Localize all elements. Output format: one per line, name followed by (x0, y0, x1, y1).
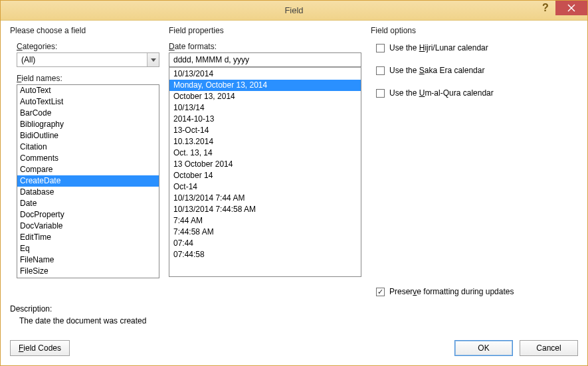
preserve-label: Preserve formatting during updates (389, 287, 514, 296)
date-formats-label: Date formats: (169, 42, 361, 51)
field-name-item[interactable]: FileName (17, 254, 159, 266)
date-format-item[interactable]: 13 October 2014 (169, 159, 361, 170)
date-format-item[interactable]: 10/13/2014 7:44 AM (169, 193, 361, 204)
field-properties-column: Field properties Date formats: dddd, MMM… (169, 26, 361, 302)
date-format-item[interactable]: October 13, 2014 (169, 91, 361, 102)
saka-label: Use the Saka Era calendar (389, 66, 484, 75)
field-name-item[interactable]: Eq (17, 243, 159, 254)
titlebar: Field ? (1, 1, 587, 21)
ok-button[interactable]: OK (454, 340, 513, 356)
help-button[interactable]: ? (536, 1, 555, 15)
field-name-item[interactable]: BarCode (17, 108, 159, 119)
um-checkbox[interactable] (376, 89, 385, 98)
choose-field-label: Please choose a field (10, 26, 159, 35)
field-name-item[interactable]: Database (17, 187, 159, 198)
date-format-item[interactable]: 13-Oct-14 (169, 125, 361, 136)
field-name-item[interactable]: DocVariable (17, 221, 159, 232)
date-format-item[interactable]: 10/13/2014 7:44:58 AM (169, 204, 361, 215)
close-button[interactable] (555, 1, 587, 15)
date-format-item[interactable]: Oct-14 (169, 181, 361, 193)
um-al-qura-calendar-option[interactable]: Use the Um-al-Qura calendar (376, 87, 578, 99)
cancel-button[interactable]: Cancel (520, 340, 578, 356)
date-format-item[interactable]: 10/13/14 (169, 102, 361, 114)
saka-calendar-option[interactable]: Use the Saka Era calendar (376, 64, 578, 76)
date-format-item[interactable]: 2014-10-13 (169, 114, 361, 125)
date-format-input[interactable]: dddd, MMMM d, yyyy (169, 52, 361, 67)
categories-label: Categories: (17, 42, 159, 51)
saka-checkbox[interactable] (376, 66, 385, 75)
field-name-item[interactable]: AutoText (17, 85, 159, 96)
field-name-item[interactable]: BidiOutline (17, 130, 159, 141)
date-format-item[interactable]: 10.13.2014 (169, 136, 361, 147)
field-names-label: Field names: (17, 74, 159, 83)
hijri-label: Use the Hijri/Lunar calendar (389, 43, 488, 52)
field-name-item[interactable]: EditTime (17, 232, 159, 243)
date-format-item[interactable]: Oct. 13, 14 (169, 147, 361, 159)
dialog-bottom: Description: The date the document was c… (1, 302, 587, 365)
close-icon (567, 4, 575, 12)
field-options-column: Field options Use the Hijri/Lunar calend… (371, 26, 578, 302)
field-codes-button[interactable]: Field Codes (10, 340, 70, 356)
dialog-content: Please choose a field Categories: (All) … (1, 21, 587, 302)
field-name-item[interactable]: CreateDate (17, 175, 159, 187)
field-name-item[interactable]: Compare (17, 164, 159, 175)
field-properties-label: Field properties (169, 26, 361, 35)
preserve-formatting-option[interactable]: Preserve formatting during updates (376, 287, 578, 296)
field-dialog: Field ? Please choose a field Categories… (0, 0, 588, 366)
chevron-down-icon (151, 58, 156, 62)
date-format-item[interactable]: 7:44:58 AM (169, 227, 361, 238)
date-format-item[interactable]: October 14 (169, 170, 361, 181)
description-text: The date the document was created (19, 316, 578, 325)
hijri-checkbox[interactable] (376, 44, 385, 52)
categories-dropdown[interactable]: (All) (17, 52, 159, 67)
categories-value: (All) (21, 55, 35, 64)
field-name-item[interactable]: DocProperty (17, 209, 159, 221)
field-names-listbox[interactable]: AutoTextAutoTextListBarCodeBibliographyB… (17, 84, 159, 278)
field-name-item[interactable]: Date (17, 198, 159, 209)
field-name-item[interactable]: Comments (17, 153, 159, 164)
field-name-item[interactable]: AutoTextList (17, 96, 159, 108)
hijri-calendar-option[interactable]: Use the Hijri/Lunar calendar (376, 42, 578, 54)
field-name-item[interactable]: Citation (17, 141, 159, 153)
date-format-item[interactable]: 10/13/2014 (169, 68, 361, 80)
date-format-item[interactable]: Monday, October 13, 2014 (169, 80, 361, 91)
date-format-item[interactable]: 7:44 AM (169, 215, 361, 227)
choose-field-column: Please choose a field Categories: (All) … (10, 26, 159, 302)
window-controls: ? (536, 1, 587, 20)
date-format-item[interactable]: 07:44 (169, 238, 361, 249)
field-options-label: Field options (371, 26, 578, 35)
um-label: Use the Um-al-Qura calendar (389, 88, 494, 98)
field-name-item[interactable]: Fill-in (17, 277, 159, 278)
preserve-checkbox[interactable] (376, 288, 385, 296)
dropdown-button[interactable] (147, 53, 159, 66)
date-format-item[interactable]: 07:44:58 (169, 249, 361, 260)
field-name-item[interactable]: FileSize (17, 266, 159, 277)
window-title: Field (1, 5, 587, 15)
field-name-item[interactable]: Bibliography (17, 119, 159, 130)
description-label: Description: (10, 304, 578, 314)
date-formats-listbox[interactable]: 10/13/2014Monday, October 13, 2014Octobe… (169, 67, 361, 277)
